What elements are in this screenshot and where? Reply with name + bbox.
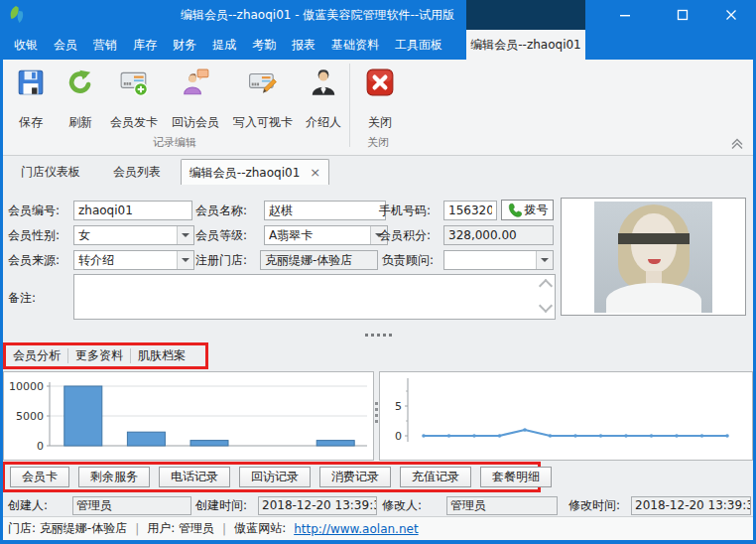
title-bar: 编辑会员--zhaoqi01 - 傲蓝美容院管理软件--试用版 bbox=[0, 0, 756, 30]
ribbon-tab-strip: 收银 会员 营销 库存 财务 提成 考勤 报表 基础资料 工具面板 编辑会员--… bbox=[0, 30, 756, 60]
advisor-label: 负责顾问: bbox=[382, 250, 434, 270]
ribbon-tab-attendance[interactable]: 考勤 bbox=[244, 30, 284, 60]
points-value: 328,000.00 bbox=[443, 225, 554, 245]
write-card-icon bbox=[248, 68, 278, 97]
close-icon bbox=[725, 9, 737, 21]
ribbon-tab-commission[interactable]: 提成 bbox=[204, 30, 244, 60]
gender-combo[interactable]: 女 bbox=[73, 225, 194, 245]
refresh-button[interactable]: 刷新 bbox=[58, 64, 103, 135]
remark-textarea[interactable] bbox=[73, 274, 556, 320]
ribbon-tab-reports[interactable]: 报表 bbox=[284, 30, 323, 60]
group-label-close: 关闭 bbox=[349, 135, 407, 150]
ribbon-tab-tool-panel[interactable]: 工具面板 bbox=[387, 30, 450, 60]
tab-member-card[interactable]: 会员卡 bbox=[10, 467, 69, 487]
modified-by-label: 修改人: bbox=[382, 496, 422, 515]
phone-icon bbox=[507, 203, 522, 217]
photo-shoulders bbox=[606, 283, 701, 313]
save-button[interactable]: 保存 bbox=[8, 64, 54, 135]
status-separator: | bbox=[222, 522, 226, 536]
doc-tab-close-icon[interactable]: × bbox=[310, 165, 320, 180]
issue-card-icon bbox=[119, 68, 149, 97]
ribbon-toolbar: 保存 刷新 会员发卡 bbox=[0, 60, 756, 156]
visit-member-button[interactable]: 回访会员 bbox=[167, 64, 224, 135]
ribbon-tab-basic-data[interactable]: 基础资料 bbox=[323, 30, 387, 60]
ribbon-tab-cashier[interactable]: 收银 bbox=[6, 30, 46, 60]
group-label-record-edit: 记录编辑 bbox=[0, 135, 349, 150]
scroll-down-icon[interactable] bbox=[539, 299, 553, 313]
tab-package-details[interactable]: 套餐明细 bbox=[480, 467, 552, 487]
member-name-input[interactable] bbox=[264, 201, 386, 220]
phone-input[interactable] bbox=[443, 201, 497, 220]
level-label: 会员等级: bbox=[195, 225, 247, 245]
minimize-button[interactable] bbox=[603, 0, 647, 30]
doc-tab-store-dashboard[interactable]: 门店仪表板 bbox=[6, 159, 95, 185]
tab-visit-records[interactable]: 回访记录 bbox=[239, 467, 311, 487]
status-bar: 门店: 克丽缇娜-体验店 | 用户: 管理员 | 傲蓝网站: http://ww… bbox=[0, 516, 756, 540]
maximize-button[interactable] bbox=[661, 0, 704, 30]
horizontal-splitter-handle[interactable] bbox=[361, 332, 395, 338]
status-site-link[interactable]: http://www.aolan.net bbox=[294, 522, 418, 536]
level-value: A翡翠卡 bbox=[269, 226, 369, 244]
introducer-button[interactable]: 介绍人 bbox=[301, 64, 346, 135]
tab-skin-record[interactable]: 肌肤档案 bbox=[131, 345, 192, 366]
dial-button[interactable]: 拨号 bbox=[501, 200, 554, 220]
tab-more-info[interactable]: 更多资料 bbox=[68, 345, 130, 366]
write-visual-card-button[interactable]: 写入可视卡 bbox=[228, 64, 298, 135]
svg-text:5: 5 bbox=[395, 400, 402, 413]
save-label: 保存 bbox=[19, 114, 43, 131]
modified-at-label: 修改时间: bbox=[568, 496, 620, 515]
window-border-left bbox=[0, 30, 3, 540]
svg-text:5000: 5000 bbox=[16, 410, 44, 423]
advisor-combo[interactable] bbox=[443, 250, 554, 270]
source-value: 转介绍 bbox=[78, 251, 176, 269]
ribbon-tab-member[interactable]: 会员 bbox=[46, 30, 85, 60]
svg-text:0: 0 bbox=[395, 430, 402, 443]
member-no-label: 会员编号: bbox=[8, 201, 60, 220]
status-store: 门店: 克丽缇娜-体验店 bbox=[8, 520, 127, 537]
tab-remaining-services[interactable]: 剩余服务 bbox=[78, 467, 150, 487]
source-label: 会员来源: bbox=[8, 250, 60, 270]
active-tab-backplate bbox=[466, 0, 585, 30]
gender-value: 女 bbox=[78, 226, 176, 244]
tab-member-analysis[interactable]: 会员分析 bbox=[6, 345, 67, 366]
doc-tab-edit-member-active[interactable]: 编辑会员--zhaoqi01× bbox=[181, 159, 329, 185]
created-at-value: 2018-12-20 13:39:38 bbox=[258, 496, 377, 515]
dial-label: 拨号 bbox=[525, 202, 549, 218]
tab-call-records[interactable]: 电话记录 bbox=[159, 467, 230, 487]
store-label: 注册门店: bbox=[195, 250, 247, 270]
level-combo[interactable]: A翡翠卡 bbox=[264, 225, 388, 245]
write-visual-card-label: 写入可视卡 bbox=[233, 114, 293, 131]
chevron-down-icon[interactable] bbox=[536, 251, 553, 269]
source-combo[interactable]: 转介绍 bbox=[73, 250, 194, 270]
close-page-button[interactable]: 关闭 bbox=[357, 64, 403, 135]
vertical-splitter-handle[interactable] bbox=[373, 397, 379, 427]
minimize-icon bbox=[619, 9, 631, 21]
introducer-label: 介绍人 bbox=[306, 114, 341, 131]
app-window: 编辑会员--zhaoqi01 - 傲蓝美容院管理软件--试用版 收银 会员 营销… bbox=[0, 0, 756, 544]
tab-consumption-records[interactable]: 消费记录 bbox=[319, 467, 391, 487]
bar-chart-panel: 0500010000 bbox=[3, 371, 374, 461]
ribbon-tab-finance[interactable]: 财务 bbox=[165, 30, 204, 60]
member-photo-frame[interactable] bbox=[561, 198, 746, 316]
member-photo bbox=[594, 202, 712, 313]
scroll-up-icon[interactable] bbox=[539, 279, 553, 293]
ribbon-tab-edit-member-active[interactable]: 编辑会员--zhaoqi01 bbox=[466, 30, 585, 60]
ribbon-collapse-button[interactable] bbox=[728, 136, 746, 151]
modified-by-value: 管理员 bbox=[446, 496, 558, 515]
close-window-button[interactable] bbox=[708, 0, 754, 30]
remark-label: 备注: bbox=[8, 288, 36, 308]
member-no-input[interactable] bbox=[73, 201, 192, 220]
document-tab-strip: 门店仪表板 会员列表 编辑会员--zhaoqi01× bbox=[0, 156, 756, 185]
chevron-down-icon[interactable] bbox=[177, 251, 193, 269]
chevron-down-icon[interactable] bbox=[177, 226, 193, 244]
created-by-label: 创建人: bbox=[8, 496, 48, 515]
points-label: 会员积分: bbox=[379, 225, 431, 245]
tab-recharge-records[interactable]: 充值记录 bbox=[400, 467, 471, 487]
visit-member-icon bbox=[181, 68, 210, 97]
doc-tab-member-list[interactable]: 会员列表 bbox=[101, 159, 173, 185]
ribbon-tab-inventory[interactable]: 库存 bbox=[125, 30, 165, 60]
ribbon-tab-marketing[interactable]: 营销 bbox=[85, 30, 125, 60]
created-at-label: 创建时间: bbox=[195, 496, 247, 515]
issue-card-button[interactable]: 会员发卡 bbox=[105, 64, 163, 135]
member-name-label: 会员名称: bbox=[195, 201, 247, 220]
